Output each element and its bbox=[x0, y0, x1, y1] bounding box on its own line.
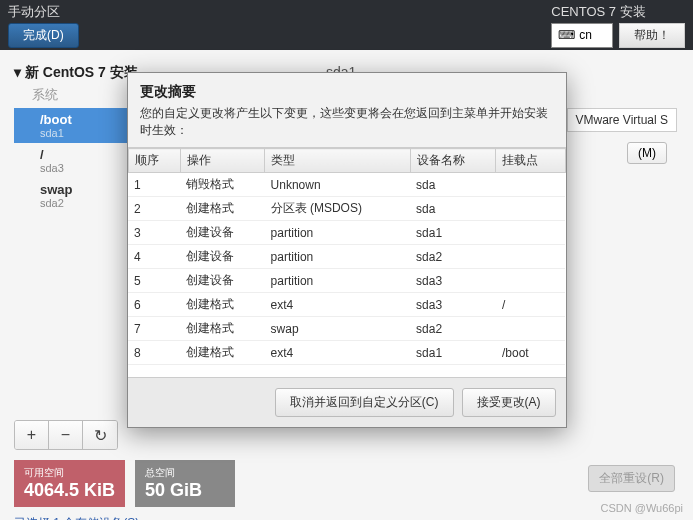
col-device[interactable]: 设备名称 bbox=[410, 149, 496, 173]
dialog-title: 更改摘要 bbox=[128, 73, 566, 103]
accept-button[interactable]: 接受更改(A) bbox=[462, 388, 556, 417]
col-mount[interactable]: 挂载点 bbox=[496, 149, 565, 173]
dialog-buttons: 取消并返回到自定义分区(C) 接受更改(A) bbox=[128, 377, 566, 427]
col-operation[interactable]: 操作 bbox=[180, 149, 264, 173]
table-row[interactable]: 1销毁格式Unknownsda bbox=[128, 173, 565, 197]
changes-dialog: 更改摘要 您的自定义更改将产生以下变更，这些变更将会在您返回到主菜单并开始安装时… bbox=[127, 72, 567, 428]
changes-table: 顺序 操作 类型 设备名称 挂载点 1销毁格式Unknownsda2创建格式分区… bbox=[128, 148, 566, 365]
cancel-button[interactable]: 取消并返回到自定义分区(C) bbox=[275, 388, 454, 417]
dialog-description: 您的自定义更改将产生以下变更，这些变更将会在您返回到主菜单并开始安装时生效： bbox=[128, 103, 566, 147]
col-type[interactable]: 类型 bbox=[265, 149, 411, 173]
table-row[interactable]: 4创建设备partitionsda2 bbox=[128, 245, 565, 269]
table-row[interactable]: 3创建设备partitionsda1 bbox=[128, 221, 565, 245]
dialog-overlay: 更改摘要 您的自定义更改将产生以下变更，这些变更将会在您返回到主菜单并开始安装时… bbox=[0, 0, 693, 520]
table-row[interactable]: 6创建格式ext4sda3/ bbox=[128, 293, 565, 317]
table-row[interactable]: 5创建设备partitionsda3 bbox=[128, 269, 565, 293]
table-row[interactable]: 2创建格式分区表 (MSDOS)sda bbox=[128, 197, 565, 221]
table-row[interactable]: 7创建格式swapsda2 bbox=[128, 317, 565, 341]
table-row[interactable]: 8创建格式ext4sda1/boot bbox=[128, 341, 565, 365]
col-order[interactable]: 顺序 bbox=[128, 149, 180, 173]
